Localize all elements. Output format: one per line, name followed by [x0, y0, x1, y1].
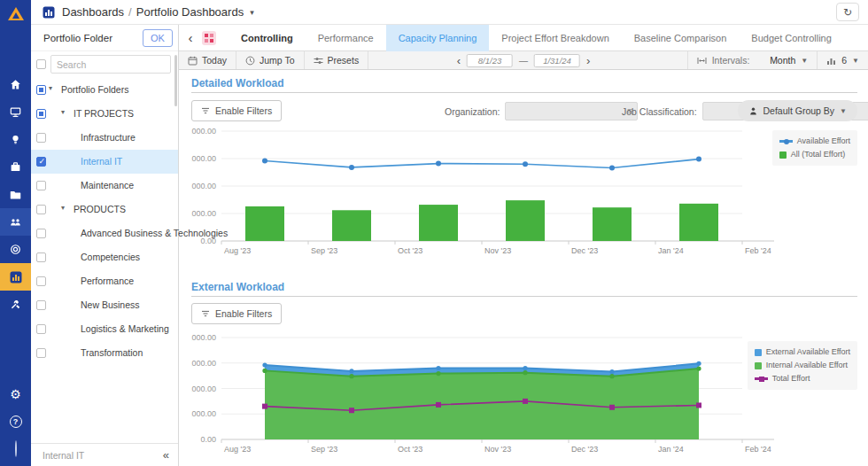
breadcrumb-root[interactable]: Dashboards: [62, 5, 124, 19]
date-from-input[interactable]: [467, 54, 513, 67]
tree-item-performance[interactable]: Performance: [31, 269, 178, 293]
briefcase-icon: [10, 161, 21, 173]
date-to-input[interactable]: [534, 54, 580, 67]
dashboards-nav-item[interactable]: [0, 263, 31, 291]
tree-item-logistics-marketing[interactable]: Logistics & Marketing: [31, 317, 178, 341]
legend-swatch: [755, 362, 762, 369]
tree-item-infrastructure[interactable]: Infrastructure: [31, 126, 178, 150]
checkbox-checked[interactable]: [36, 157, 46, 167]
interval-controls: Intervals: Month ▼ 6 ▼: [687, 51, 868, 69]
checkbox-unchecked[interactable]: [36, 276, 46, 286]
chevron-down-icon[interactable]: ▾: [250, 8, 254, 17]
tree-item-portfolio-folders[interactable]: ▾Portfolio Folders: [31, 78, 178, 102]
people-icon: [10, 216, 21, 228]
expand-caret-icon[interactable]: ▾: [61, 204, 65, 212]
tree-scrollbar[interactable]: [174, 55, 177, 106]
tab-performance[interactable]: Performance: [306, 25, 386, 51]
legend-label: Total Effort: [772, 372, 810, 385]
folder-nav-item[interactable]: [0, 181, 31, 208]
legend-swatch: [779, 151, 787, 159]
settings-gear-nav-item[interactable]: ⚙: [0, 380, 31, 408]
dashboard-chart-icon: [43, 6, 55, 19]
presets-label: Presets: [328, 55, 360, 66]
refresh-button[interactable]: ↻: [836, 3, 859, 21]
checkbox-indet[interactable]: [36, 109, 46, 119]
enable-filters-button-external[interactable]: Enable Filters: [191, 303, 282, 324]
tab-controlling[interactable]: Controlling: [229, 25, 306, 51]
user-avatar-nav-item[interactable]: [0, 435, 31, 462]
folder-tree: ▾Portfolio Folders▾IT PROJECTSInfrastruc…: [31, 78, 178, 365]
svg-text:Nov '23: Nov '23: [484, 445, 511, 454]
tab-capacity-planning[interactable]: Capacity Planning: [386, 25, 490, 51]
svg-text:Aug '23: Aug '23: [224, 445, 251, 454]
tree-item-advanced-business-technologies[interactable]: Advanced Business & Technologies: [31, 221, 178, 245]
panel-header: Portfolio Folder OK: [31, 25, 178, 51]
breadcrumb-separator: /: [128, 5, 132, 19]
chart-count-dropdown[interactable]: 6 ▼: [817, 51, 868, 69]
tree-item-label: Advanced Business & Technologies: [81, 228, 228, 238]
tab-baseline-comparison[interactable]: Baseline Comparison: [622, 25, 740, 51]
filter-field-organization-: Organization:≡: [445, 102, 638, 120]
tree-item-transformation[interactable]: Transformation: [31, 341, 178, 365]
jump-to-button[interactable]: Jump To: [236, 51, 305, 69]
svg-text:Dec '23: Dec '23: [571, 246, 598, 255]
home-icon: [10, 79, 21, 90]
tools-nav-item[interactable]: [0, 291, 31, 318]
app-window: ⚙? Dashboards / Portfolio Dashboards ▾ ↻…: [0, 0, 868, 466]
svg-text:Dec '23: Dec '23: [571, 445, 598, 454]
home-nav-item[interactable]: [0, 71, 31, 98]
filter-input-disabled[interactable]: ≡: [505, 102, 638, 120]
prev-period-chevron-icon[interactable]: ‹: [457, 54, 461, 67]
tab-project-effort-breakdown[interactable]: Project Effort Breakdown: [489, 25, 621, 51]
search-input[interactable]: [50, 55, 171, 74]
app-logo-icon[interactable]: [0, 0, 31, 27]
time-toolbar: Today Jump To Presets ‹ — › Interval: [179, 51, 868, 70]
target-rings-nav-item[interactable]: [0, 236, 31, 263]
legend-label: All (Total Effort): [791, 148, 845, 161]
checkbox-unchecked[interactable]: [36, 133, 46, 143]
next-period-chevron-icon[interactable]: ›: [586, 54, 590, 67]
checkbox-unchecked[interactable]: [36, 205, 46, 214]
calendar-icon: [188, 56, 198, 66]
collapse-panel-icon[interactable]: «: [163, 448, 169, 462]
people-nav-item[interactable]: [0, 208, 31, 236]
tree-item-products[interactable]: ▾PRODUCTS: [31, 198, 178, 221]
help-nav-item[interactable]: ?: [0, 408, 31, 435]
checkbox-unchecked[interactable]: [36, 181, 46, 190]
checkbox-unchecked[interactable]: [36, 252, 46, 262]
expand-caret-icon[interactable]: ▾: [49, 84, 52, 92]
dashboard-grid-icon[interactable]: [202, 31, 216, 45]
svg-text:10,000.00: 10,000.00: [191, 384, 216, 393]
presets-button[interactable]: Presets: [305, 51, 369, 69]
enable-filters-label: Enable Filters: [215, 308, 272, 319]
tree-item-new-business[interactable]: New Business: [31, 293, 178, 317]
checkbox-unchecked[interactable]: [36, 300, 46, 310]
help-icon: ?: [10, 416, 22, 428]
legend-item: External Available Effort: [755, 346, 850, 359]
select-all-checkbox[interactable]: [36, 59, 46, 69]
filter-label: Organization:: [445, 106, 500, 117]
intervals-dropdown[interactable]: Intervals: Month ▼: [687, 51, 818, 69]
tree-item-it-projects[interactable]: ▾IT PROJECTS: [31, 102, 178, 126]
tree-item-competencies[interactable]: Competencies: [31, 245, 178, 269]
left-navigation-rail: ⚙?: [0, 0, 31, 466]
briefcase-nav-item[interactable]: [0, 153, 31, 181]
checkbox-unchecked[interactable]: [36, 324, 46, 334]
svg-text:Aug '23: Aug '23: [224, 246, 251, 255]
default-group-by-button[interactable]: Default Group By ▼: [738, 100, 857, 121]
monitor-nav-item[interactable]: [0, 98, 31, 126]
checkbox-unchecked[interactable]: [36, 348, 46, 358]
ok-button[interactable]: OK: [143, 29, 173, 47]
divider: [191, 296, 857, 297]
checkbox-indet[interactable]: [36, 85, 46, 95]
tab-budget-controlling[interactable]: Budget Controlling: [739, 25, 844, 51]
breadcrumb-current[interactable]: Portfolio Dashboards: [136, 5, 244, 19]
tree-item-internal-it[interactable]: Internal IT: [31, 150, 178, 174]
back-chevron-icon[interactable]: ‹: [179, 30, 202, 45]
today-button[interactable]: Today: [179, 51, 236, 69]
expand-caret-icon[interactable]: ▾: [61, 108, 65, 116]
tree-item-maintenance[interactable]: Maintenance: [31, 174, 178, 198]
idea-nav-item[interactable]: [0, 126, 31, 153]
checkbox-unchecked[interactable]: [36, 229, 46, 238]
enable-filters-button-detailed[interactable]: Enable Filters: [191, 100, 282, 121]
